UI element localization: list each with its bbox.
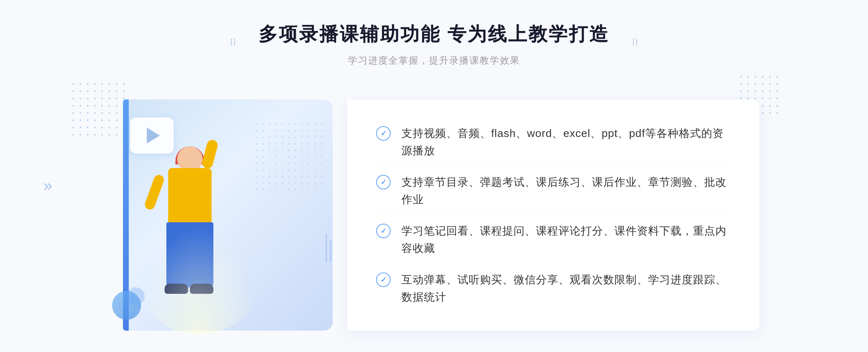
dot <box>87 119 89 121</box>
feature-divider-1 <box>376 166 731 167</box>
dot <box>747 83 749 85</box>
dot <box>776 76 778 78</box>
dot <box>94 90 96 92</box>
dot <box>72 126 74 128</box>
dot <box>80 105 81 107</box>
dot <box>101 90 103 92</box>
dot <box>87 112 89 114</box>
page-subtitle: 学习进度全掌握，提升录播课教学效果 <box>259 54 609 67</box>
dot <box>747 76 749 78</box>
person-torso <box>168 168 212 226</box>
dot <box>72 119 74 121</box>
dot <box>116 83 118 85</box>
person-arm-left <box>144 173 166 211</box>
dot <box>72 83 74 85</box>
dot <box>762 83 763 85</box>
header-section: 多项录播课辅助功能 专为线上教学打造 学习进度全掌握，提升录播课教学效果 <box>259 22 609 67</box>
dot <box>776 98 778 99</box>
dot <box>740 83 742 85</box>
feature-text-2: 支持章节目录、弹题考试、课后练习、课后作业、章节测验、批改作业 <box>401 173 731 208</box>
page-container: » 多项录播课辅助功能 专为线上教学打造 学习进度全掌握，提升录播课教学效果 <box>0 0 868 352</box>
dot <box>94 98 96 99</box>
dot <box>80 126 81 128</box>
card-dots <box>253 121 326 193</box>
chevron-left-icon: » <box>43 176 48 194</box>
dot <box>762 105 763 107</box>
dot <box>72 134 74 136</box>
feature-text-1: 支持视频、音频、flash、word、excel、ppt、pdf等各种格式的资源… <box>401 125 731 159</box>
dot <box>87 98 89 99</box>
dot <box>769 112 771 114</box>
dot <box>94 134 96 136</box>
dot <box>754 76 756 78</box>
dot <box>94 119 96 121</box>
feature-item-2: 支持章节目录、弹题考试、课后练习、课后作业、章节测验、批改作业 <box>376 173 731 208</box>
page-title: 多项录播课辅助功能 专为线上教学打造 <box>259 22 609 47</box>
check-icon-2 <box>376 175 391 189</box>
dot <box>94 105 96 107</box>
dot <box>769 98 771 99</box>
dot <box>87 105 89 107</box>
feature-item-3: 学习笔记回看、课程提问、课程评论打分、课件资料下载，重点内容收藏 <box>376 222 731 257</box>
feature-divider-2 <box>376 215 731 215</box>
dot <box>72 98 74 99</box>
dot <box>72 112 74 114</box>
dot <box>769 105 771 107</box>
dot <box>123 83 125 85</box>
dot <box>101 119 103 121</box>
check-icon-3 <box>376 224 391 238</box>
dot <box>80 83 81 85</box>
person-illustration <box>130 146 231 334</box>
check-icon-1 <box>376 126 391 141</box>
dot <box>87 126 89 128</box>
dot <box>94 126 96 128</box>
dot <box>87 90 89 92</box>
dot <box>769 76 771 78</box>
dot <box>769 90 771 92</box>
dot <box>740 76 742 78</box>
dot <box>776 83 778 85</box>
dot <box>776 105 778 107</box>
dot <box>94 112 96 114</box>
dot <box>769 83 771 85</box>
dot <box>80 119 81 121</box>
dot <box>72 90 74 92</box>
dot <box>101 98 103 99</box>
feature-text-3: 学习笔记回看、课程提问、课程评论打分、课件资料下载，重点内容收藏 <box>401 222 731 257</box>
spotlight-effect <box>137 226 260 334</box>
dot <box>87 83 89 85</box>
dot <box>109 83 110 85</box>
dot <box>101 112 103 114</box>
feature-item-1: 支持视频、音频、flash、word、excel、ppt、pdf等各种格式的资源… <box>376 125 731 159</box>
dot <box>762 90 763 92</box>
dot <box>762 76 763 78</box>
play-icon <box>147 128 160 143</box>
dot <box>101 134 103 136</box>
dot <box>776 90 778 92</box>
dot <box>762 98 763 99</box>
dot <box>754 83 756 85</box>
dot <box>94 83 96 85</box>
dot <box>87 134 89 136</box>
dot <box>101 83 103 85</box>
dot <box>80 134 81 136</box>
dot <box>101 126 103 128</box>
dot <box>72 105 74 107</box>
circle-decoration-2 <box>127 287 145 305</box>
feature-divider-3 <box>376 264 731 264</box>
check-icon-4 <box>376 272 391 287</box>
dot <box>80 112 81 114</box>
features-panel: 支持视频、音频、flash、word、excel、ppt、pdf等各种格式的资源… <box>347 99 760 331</box>
feature-item-4: 互动弹幕、试听购买、微信分享、观看次数限制、学习进度跟踪、数据统计 <box>376 271 731 306</box>
dot <box>776 112 778 114</box>
dot <box>762 112 763 114</box>
illustration-area <box>109 89 354 342</box>
dot <box>80 90 81 92</box>
feature-text-4: 互动弹幕、试听购买、微信分享、观看次数限制、学习进度跟踪、数据统计 <box>401 271 731 306</box>
content-area: 支持视频、音频、flash、word、excel、ppt、pdf等各种格式的资源… <box>109 89 760 342</box>
lines-decoration <box>326 233 347 269</box>
dot <box>101 105 103 107</box>
dot <box>80 98 81 99</box>
